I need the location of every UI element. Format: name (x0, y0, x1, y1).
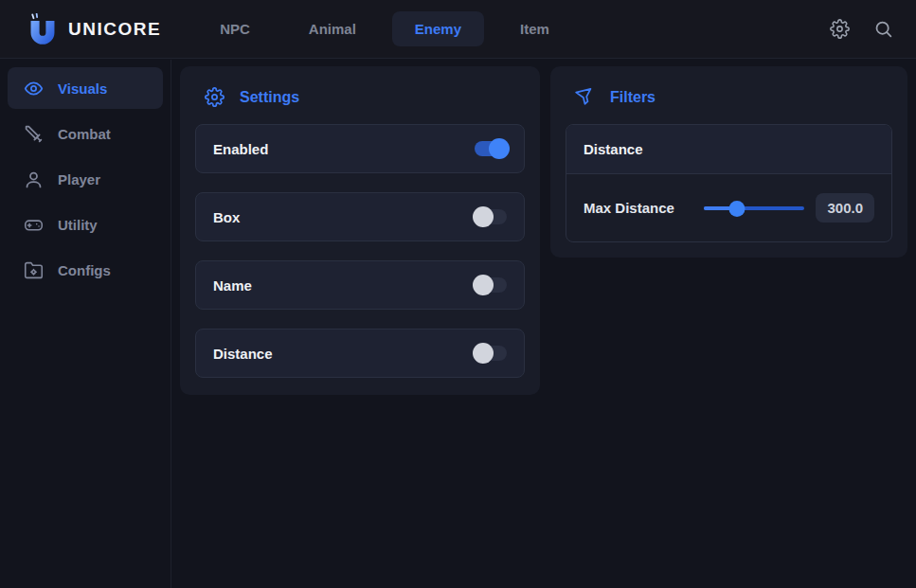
distance-filter-card: Distance Max Distance 300.0 (566, 124, 892, 242)
sidebar-item-combat[interactable]: Combat (8, 113, 163, 154)
toggle-thumb (473, 206, 494, 227)
toggle-thumb (473, 343, 494, 364)
setting-row-box[interactable]: Box (195, 192, 525, 241)
eye-icon (24, 79, 44, 98)
toggle-name[interactable] (475, 277, 507, 293)
filters-panel-header: Filters (566, 81, 892, 124)
toggle-box[interactable] (475, 209, 507, 224)
setting-label: Name (213, 277, 252, 294)
filters-panel: Filters Distance Max Distance 300.0 (550, 66, 907, 258)
setting-label: Box (213, 209, 240, 225)
unicore-u-logo-icon (28, 13, 57, 45)
sidebar-item-configs[interactable]: Configs (8, 249, 163, 291)
toggle-thumb (489, 138, 510, 159)
setting-row-enabled[interactable]: Enabled (195, 124, 525, 173)
folder-gear-icon (24, 260, 44, 280)
toggle-thumb (473, 275, 494, 295)
category-tabs: NPC Animal Enemy Item (197, 11, 572, 46)
settings-panel-header: Settings (195, 81, 525, 124)
sidebar-item-label: Combat (58, 126, 111, 142)
tab-item[interactable]: Item (497, 11, 572, 46)
main-content: Settings Enabled Box Name Distance Filte… (172, 60, 916, 588)
user-icon (24, 169, 44, 189)
settings-panel-title: Settings (240, 89, 299, 106)
filter-card-title: Distance (566, 125, 891, 174)
toggle-enabled[interactable] (475, 141, 507, 156)
max-distance-value: 300.0 (816, 193, 874, 223)
brand-logo: UNICORE (28, 13, 161, 45)
sidebar-item-label: Configs (58, 262, 111, 278)
max-distance-slider[interactable] (704, 201, 804, 216)
gear-icon[interactable] (829, 19, 850, 40)
setting-row-distance[interactable]: Distance (195, 329, 525, 378)
sidebar-item-player[interactable]: Player (8, 158, 163, 200)
slider-thumb[interactable] (729, 201, 745, 217)
sidebar-item-visuals[interactable]: Visuals (8, 67, 163, 109)
gear-icon (205, 87, 225, 107)
sidebar: Visuals Combat Player Utility Configs (0, 60, 171, 588)
topbar-actions (829, 19, 893, 40)
sidebar-item-label: Player (58, 171, 100, 187)
max-distance-row: Max Distance 300.0 (566, 174, 891, 241)
top-bar: UNICORE NPC Animal Enemy Item (0, 0, 916, 59)
search-icon[interactable] (872, 19, 893, 40)
max-distance-label: Max Distance (584, 200, 674, 216)
setting-row-name[interactable]: Name (195, 260, 525, 310)
gamepad-icon (24, 215, 44, 235)
sidebar-item-label: Utility (58, 217, 98, 233)
sidebar-item-label: Visuals (58, 80, 107, 97)
brand-name: UNICORE (68, 19, 161, 40)
tab-npc[interactable]: NPC (197, 11, 273, 46)
toggle-distance[interactable] (475, 346, 507, 361)
tab-enemy[interactable]: Enemy (392, 11, 484, 46)
filters-panel-title: Filters (610, 89, 656, 106)
sword-icon (24, 124, 44, 144)
setting-label: Distance (213, 346, 273, 362)
settings-panel: Settings Enabled Box Name Distance (180, 66, 540, 395)
setting-label: Enabled (213, 141, 268, 157)
filter-icon (573, 85, 597, 109)
sidebar-item-utility[interactable]: Utility (8, 204, 163, 245)
tab-animal[interactable]: Animal (286, 11, 379, 46)
